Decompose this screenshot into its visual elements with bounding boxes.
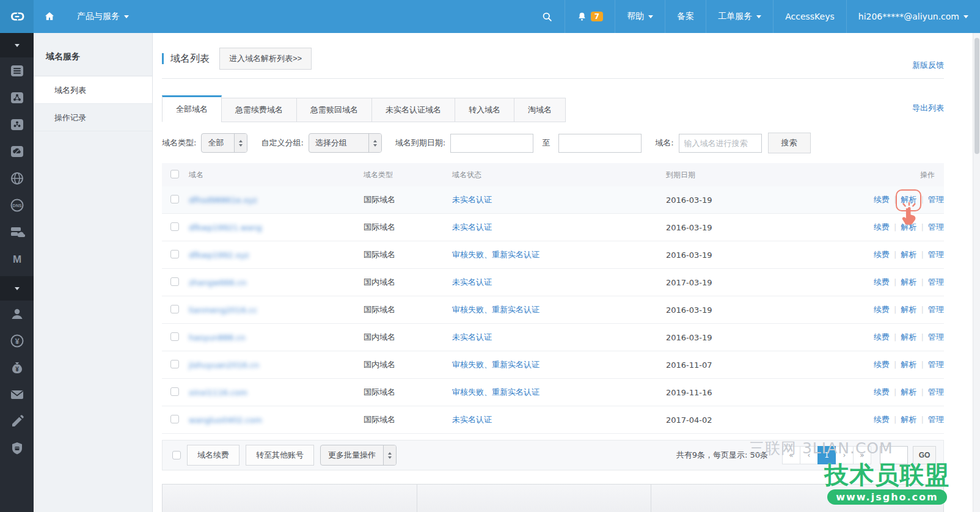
resolve-action-link[interactable]: 解析	[901, 277, 916, 287]
resolve-action-link[interactable]: 解析	[901, 387, 916, 397]
manage-action-link[interactable]: 管理	[928, 250, 944, 259]
domain-link[interactable]: wangluo0402.com	[189, 415, 262, 425]
row-checkbox[interactable]	[170, 360, 179, 368]
beian-link[interactable]: 备案	[665, 0, 706, 33]
domain-link[interactable]: dfkwp1992.xyz	[189, 251, 249, 260]
domain-status-link[interactable]: 未实名认证	[452, 195, 492, 204]
select-all-checkbox[interactable]	[170, 170, 179, 178]
enter-dns-list-button[interactable]: 进入域名解析列表>>	[219, 48, 312, 70]
domain-link[interactable]: dfkwp19921.wang	[189, 223, 262, 232]
sidebar-item-operation-log[interactable]: 操作记录	[34, 104, 152, 131]
resolve-action-link[interactable]: 解析	[901, 250, 916, 259]
domain-link[interactable]: jishuyuan2016.cn	[189, 360, 259, 370]
resolve-action-link[interactable]: 解析	[901, 195, 916, 204]
sidebar-item-edit[interactable]	[0, 408, 34, 435]
domain-status-link[interactable]: 未实名认证	[452, 415, 492, 424]
tab-need-renew[interactable]: 急需续费域名	[221, 98, 297, 122]
row-checkbox[interactable]	[170, 305, 179, 313]
export-list-link[interactable]: 导出列表	[912, 103, 944, 114]
home-button[interactable]	[34, 0, 65, 33]
row-checkbox[interactable]	[170, 222, 179, 231]
renew-action-link[interactable]: 续费	[874, 222, 890, 232]
row-checkbox[interactable]	[170, 387, 179, 396]
sidebar-item-cdn[interactable]	[0, 165, 34, 192]
domain-status-link[interactable]: 审核失败、重新实名认证	[452, 305, 539, 314]
tab-tao-domain[interactable]: 淘域名	[514, 98, 566, 122]
resolve-action-link[interactable]: 解析	[901, 332, 916, 342]
row-checkbox[interactable]	[170, 250, 179, 258]
renew-action-link[interactable]: 续费	[874, 415, 890, 424]
manage-action-link[interactable]: 管理	[928, 415, 944, 424]
products-services-menu[interactable]: 产品与服务	[65, 0, 141, 33]
sidebar-item-domain[interactable]	[0, 219, 34, 246]
search-submit-button[interactable]: 搜索	[768, 133, 811, 153]
tab-need-redeem[interactable]: 急需赎回域名	[296, 98, 372, 122]
domain-status-link[interactable]: 审核失败、重新实名认证	[452, 387, 539, 397]
domain-link[interactable]: dfhsd98861e.xyz	[189, 196, 257, 205]
footer-select-all-checkbox[interactable]	[172, 451, 181, 459]
page-go-button[interactable]: GO	[913, 446, 936, 464]
page-jump-input[interactable]	[880, 446, 908, 464]
page-prev-button[interactable]: ‹	[800, 446, 818, 464]
page-first-button[interactable]: «	[782, 446, 800, 464]
sidebar-item-message[interactable]	[0, 381, 34, 408]
sidebar-item-market[interactable]: M	[0, 246, 34, 272]
sidebar-item-domain-list[interactable]: 域名列表	[34, 76, 152, 104]
batch-renew-button[interactable]: 域名续费	[187, 445, 240, 466]
new-version-feedback-link[interactable]: 新版反馈	[912, 60, 944, 71]
domain-status-link[interactable]: 未实名认证	[452, 332, 492, 342]
resolve-action-link[interactable]: 解析	[901, 222, 916, 232]
sidebar-item-rds[interactable]	[0, 111, 34, 138]
renew-action-link[interactable]: 续费	[874, 305, 890, 314]
more-batch-select[interactable]: 更多批量操作	[320, 445, 397, 466]
tab-all-domains[interactable]: 全部域名	[162, 95, 222, 122]
accesskeys-link[interactable]: AccessKeys	[773, 0, 846, 33]
resolve-action-link[interactable]: 解析	[901, 415, 916, 424]
ticket-service-menu[interactable]: 工单服务	[706, 0, 773, 33]
rail-collapse-middle[interactable]	[0, 276, 34, 301]
search-button[interactable]	[530, 0, 565, 33]
manage-action-link[interactable]: 管理	[928, 222, 944, 232]
notifications-button[interactable]: 7	[565, 0, 615, 33]
domain-status-link[interactable]: 审核失败、重新实名认证	[452, 250, 539, 259]
sidebar-item-user[interactable]	[0, 301, 34, 327]
domain-link[interactable]: zhangw666.cn	[189, 278, 247, 287]
sidebar-item-dns[interactable]: DNS	[0, 192, 34, 219]
help-menu[interactable]: 帮助	[615, 0, 665, 33]
manage-action-link[interactable]: 管理	[928, 360, 944, 369]
domain-status-link[interactable]: 未实名认证	[452, 277, 492, 287]
rail-collapse-top[interactable]	[0, 33, 34, 57]
renew-action-link[interactable]: 续费	[874, 277, 890, 287]
page-next-button[interactable]: ›	[835, 446, 854, 464]
renew-action-link[interactable]: 续费	[874, 250, 890, 259]
custom-group-select[interactable]: 选择分组	[309, 133, 382, 153]
resolve-action-link[interactable]: 解析	[901, 360, 916, 369]
expire-date-to-input[interactable]	[558, 134, 642, 153]
page-current[interactable]: 1	[817, 446, 836, 464]
renew-action-link[interactable]: 续费	[874, 332, 890, 342]
domain-type-select[interactable]: 全部	[201, 133, 247, 153]
row-checkbox[interactable]	[170, 332, 179, 341]
row-checkbox[interactable]	[170, 195, 179, 203]
domain-status-link[interactable]: 审核失败、重新实名认证	[452, 360, 539, 369]
domain-link[interactable]: haoyun888.cn	[189, 333, 246, 342]
account-menu[interactable]: hi206*****@aliyun.com	[846, 0, 980, 33]
transfer-account-button[interactable]: 转至其他账号	[246, 445, 314, 466]
manage-action-link[interactable]: 管理	[928, 387, 944, 397]
sidebar-item-security[interactable]	[0, 435, 34, 462]
row-checkbox[interactable]	[170, 415, 179, 423]
renew-action-link[interactable]: 续费	[874, 387, 890, 397]
aliyun-logo-icon[interactable]	[0, 0, 34, 33]
renew-action-link[interactable]: 续费	[874, 195, 890, 204]
tab-transfer-in[interactable]: 转入域名	[455, 98, 514, 122]
domain-search-input[interactable]	[679, 134, 762, 153]
page-last-button[interactable]: »	[853, 446, 871, 464]
manage-action-link[interactable]: 管理	[928, 305, 944, 314]
resolve-action-link[interactable]: 解析	[901, 305, 916, 314]
renew-action-link[interactable]: 续费	[874, 360, 890, 369]
domain-link[interactable]: xinxi1116.com	[189, 388, 247, 397]
sidebar-item-ocs[interactable]	[0, 138, 34, 165]
sidebar-item-slb[interactable]	[0, 84, 34, 111]
tab-not-verified[interactable]: 未实名认证域名	[371, 98, 455, 122]
manage-action-link[interactable]: 管理	[928, 277, 944, 287]
